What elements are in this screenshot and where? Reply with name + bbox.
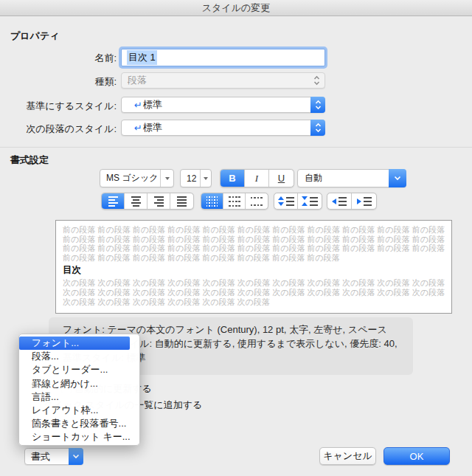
underline-label: U: [278, 173, 285, 184]
chevron-down-icon: [69, 448, 83, 465]
bold-button[interactable]: B: [221, 170, 245, 187]
based-on-label: 基準にするスタイル:: [0, 100, 117, 113]
format-popup-label: 書式: [25, 450, 50, 463]
font-name-value: MS ゴシック: [100, 172, 160, 184]
style-type-popup: 段落: [121, 72, 325, 89]
name-label: 名前:: [0, 52, 117, 65]
align-left-button[interactable]: [102, 193, 125, 209]
menu-item-language[interactable]: 言語...: [19, 390, 139, 404]
cancel-button[interactable]: キャンセル: [319, 447, 376, 465]
line-spacing-single-button[interactable]: [201, 193, 223, 209]
properties-section-label: プロパティ: [10, 30, 60, 43]
preview-previous-paragraphs: 前の段落 前の段落 前の段落 前の段落 前の段落 前の段落 前の段落 前の段落 …: [63, 225, 445, 262]
dialog-titlebar: スタイルの変更: [0, 0, 472, 16]
increase-indent-icon: [357, 197, 372, 206]
font-size-value: 12: [181, 173, 200, 184]
menu-item-paragraph[interactable]: 段落...: [19, 350, 139, 363]
chevron-down-icon: [389, 169, 406, 187]
section-divider: [0, 147, 472, 148]
line-spacing-group: [201, 193, 268, 210]
align-center-button[interactable]: [125, 193, 148, 209]
bold-italic-underline-group: B I U: [220, 169, 294, 187]
dropdown-arrow-icon[interactable]: [200, 170, 211, 187]
line-spacing-single-icon: [206, 196, 218, 207]
align-center-icon: [131, 196, 141, 207]
align-justify-icon: [177, 196, 187, 207]
increase-paragraph-spacing-button[interactable]: [274, 193, 298, 209]
font-color-popup[interactable]: 自動: [297, 169, 406, 187]
indent-group: [327, 193, 377, 210]
preview-style-sample: 目次: [63, 264, 445, 277]
menu-item-frame[interactable]: レイアウト枠...: [19, 404, 139, 417]
line-spacing-1-5-button[interactable]: [223, 193, 246, 209]
based-on-value: 標準: [143, 98, 162, 111]
decrease-spacing-icon: [302, 196, 318, 206]
line-spacing-double-button[interactable]: [246, 193, 268, 209]
preview-next-paragraphs: 次の段落 次の段落 次の段落 次の段落 次の段落 次の段落 次の段落 次の段落 …: [63, 278, 445, 306]
ok-button[interactable]: OK: [384, 447, 450, 465]
style-type-value: 段落: [122, 74, 147, 87]
increase-indent-button[interactable]: [352, 193, 376, 209]
style-name-input[interactable]: 目次 1: [121, 49, 325, 66]
paragraph-return-icon: ↵: [134, 123, 142, 134]
decrease-paragraph-spacing-button[interactable]: [298, 193, 322, 209]
align-right-icon: [154, 196, 164, 207]
increase-spacing-icon: [278, 196, 294, 206]
format-context-menu: フォント... 段落... タブとリーダー... 罫線と網かけ... 言語...…: [18, 334, 140, 446]
paragraph-spacing-group: [274, 193, 322, 210]
dialog-title: スタイルの変更: [202, 1, 271, 15]
alignment-group: [101, 193, 194, 210]
menu-item-numbering[interactable]: 箇条書きと段落番号...: [19, 417, 139, 430]
next-paragraph-style-popup[interactable]: ↵ 標準: [121, 120, 325, 136]
italic-button[interactable]: I: [245, 170, 269, 187]
italic-label: I: [255, 173, 258, 184]
chevron-updown-icon: [310, 97, 325, 113]
line-spacing-double-icon: [251, 196, 263, 207]
based-on-style-popup[interactable]: ↵ 標準: [121, 97, 325, 113]
menu-item-borders[interactable]: 罫線と網かけ...: [19, 377, 139, 390]
line-spacing-1-5-icon: [229, 196, 240, 207]
style-preview-box: 前の段落 前の段落 前の段落 前の段落 前の段落 前の段落 前の段落 前の段落 …: [55, 220, 452, 314]
cancel-label: キャンセル: [323, 449, 372, 463]
formatting-section-label: 書式設定: [10, 154, 49, 167]
format-popup-button[interactable]: 書式: [24, 448, 83, 465]
chevron-updown-icon: [313, 73, 320, 88]
menu-item-tabs[interactable]: タブとリーダー...: [19, 363, 139, 376]
paragraph-return-icon: ↵: [134, 100, 142, 111]
menu-item-font[interactable]: フォント...: [19, 337, 130, 350]
bold-label: B: [229, 173, 235, 184]
font-size-combo[interactable]: 12: [180, 169, 212, 187]
align-right-button[interactable]: [148, 193, 170, 209]
dropdown-arrow-icon[interactable]: [160, 170, 173, 187]
font-name-combo[interactable]: MS ゴシック: [100, 169, 174, 187]
style-name-value: 目次 1: [127, 50, 157, 65]
menu-item-shortcut-key[interactable]: ショートカット キー...: [19, 430, 139, 444]
type-label: 種類:: [0, 75, 117, 89]
ok-label: OK: [410, 451, 424, 462]
decrease-indent-button[interactable]: [327, 193, 352, 209]
decrease-indent-icon: [332, 197, 347, 206]
next-paragraph-value: 標準: [143, 121, 162, 134]
chevron-updown-icon: [310, 120, 325, 136]
align-justify-button[interactable]: [170, 193, 193, 209]
align-left-icon: [108, 196, 118, 207]
next-paragraph-label: 次の段落のスタイル:: [0, 123, 117, 136]
underline-button[interactable]: U: [269, 170, 294, 187]
font-color-value: 自動: [298, 172, 322, 184]
